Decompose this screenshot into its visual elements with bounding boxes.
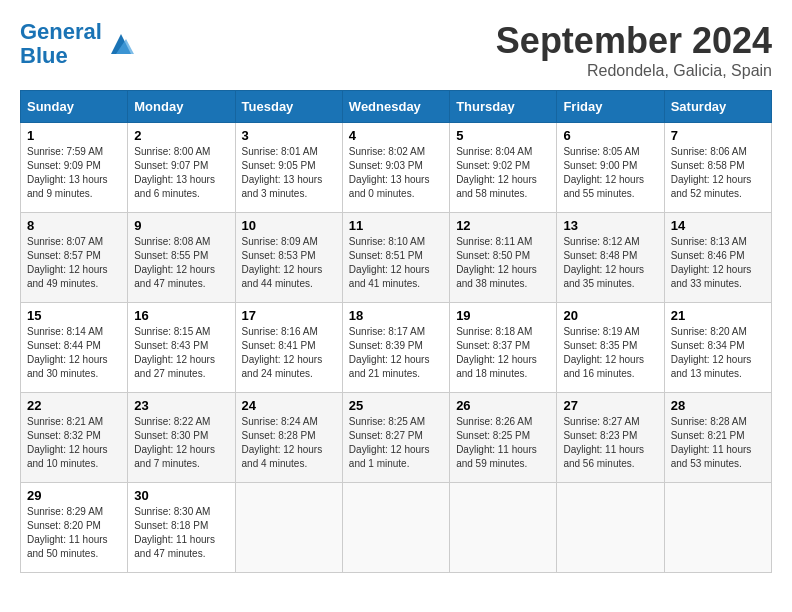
day-cell: 1Sunrise: 7:59 AMSunset: 9:09 PMDaylight… xyxy=(21,123,128,213)
day-cell xyxy=(450,483,557,573)
day-cell xyxy=(235,483,342,573)
day-number: 25 xyxy=(349,398,443,413)
weekday-header-row: SundayMondayTuesdayWednesdayThursdayFrid… xyxy=(21,91,772,123)
day-number: 4 xyxy=(349,128,443,143)
day-number: 3 xyxy=(242,128,336,143)
day-cell xyxy=(342,483,449,573)
weekday-header-tuesday: Tuesday xyxy=(235,91,342,123)
day-cell: 8Sunrise: 8:07 AMSunset: 8:57 PMDaylight… xyxy=(21,213,128,303)
day-info: Sunrise: 8:22 AMSunset: 8:30 PMDaylight:… xyxy=(134,415,228,471)
day-number: 23 xyxy=(134,398,228,413)
day-cell: 2Sunrise: 8:00 AMSunset: 9:07 PMDaylight… xyxy=(128,123,235,213)
day-cell: 7Sunrise: 8:06 AMSunset: 8:58 PMDaylight… xyxy=(664,123,771,213)
day-cell: 24Sunrise: 8:24 AMSunset: 8:28 PMDayligh… xyxy=(235,393,342,483)
day-info: Sunrise: 8:25 AMSunset: 8:27 PMDaylight:… xyxy=(349,415,443,471)
day-number: 27 xyxy=(563,398,657,413)
day-number: 17 xyxy=(242,308,336,323)
weekday-header-thursday: Thursday xyxy=(450,91,557,123)
day-cell: 30Sunrise: 8:30 AMSunset: 8:18 PMDayligh… xyxy=(128,483,235,573)
day-number: 20 xyxy=(563,308,657,323)
day-number: 6 xyxy=(563,128,657,143)
day-cell: 21Sunrise: 8:20 AMSunset: 8:34 PMDayligh… xyxy=(664,303,771,393)
day-number: 30 xyxy=(134,488,228,503)
weekday-header-monday: Monday xyxy=(128,91,235,123)
day-number: 29 xyxy=(27,488,121,503)
day-cell: 20Sunrise: 8:19 AMSunset: 8:35 PMDayligh… xyxy=(557,303,664,393)
day-info: Sunrise: 8:18 AMSunset: 8:37 PMDaylight:… xyxy=(456,325,550,381)
day-info: Sunrise: 8:05 AMSunset: 9:00 PMDaylight:… xyxy=(563,145,657,201)
day-cell: 19Sunrise: 8:18 AMSunset: 8:37 PMDayligh… xyxy=(450,303,557,393)
day-cell: 3Sunrise: 8:01 AMSunset: 9:05 PMDaylight… xyxy=(235,123,342,213)
day-info: Sunrise: 8:12 AMSunset: 8:48 PMDaylight:… xyxy=(563,235,657,291)
day-cell: 4Sunrise: 8:02 AMSunset: 9:03 PMDaylight… xyxy=(342,123,449,213)
day-number: 8 xyxy=(27,218,121,233)
day-cell: 18Sunrise: 8:17 AMSunset: 8:39 PMDayligh… xyxy=(342,303,449,393)
day-info: Sunrise: 8:28 AMSunset: 8:21 PMDaylight:… xyxy=(671,415,765,471)
day-cell: 14Sunrise: 8:13 AMSunset: 8:46 PMDayligh… xyxy=(664,213,771,303)
day-number: 24 xyxy=(242,398,336,413)
day-number: 10 xyxy=(242,218,336,233)
day-cell: 27Sunrise: 8:27 AMSunset: 8:23 PMDayligh… xyxy=(557,393,664,483)
day-number: 2 xyxy=(134,128,228,143)
month-title: September 2024 xyxy=(496,20,772,62)
week-row-4: 22Sunrise: 8:21 AMSunset: 8:32 PMDayligh… xyxy=(21,393,772,483)
day-number: 16 xyxy=(134,308,228,323)
day-number: 5 xyxy=(456,128,550,143)
weekday-header-saturday: Saturday xyxy=(664,91,771,123)
week-row-3: 15Sunrise: 8:14 AMSunset: 8:44 PMDayligh… xyxy=(21,303,772,393)
day-cell: 6Sunrise: 8:05 AMSunset: 9:00 PMDaylight… xyxy=(557,123,664,213)
day-number: 15 xyxy=(27,308,121,323)
day-info: Sunrise: 8:16 AMSunset: 8:41 PMDaylight:… xyxy=(242,325,336,381)
day-number: 28 xyxy=(671,398,765,413)
day-number: 21 xyxy=(671,308,765,323)
day-info: Sunrise: 8:04 AMSunset: 9:02 PMDaylight:… xyxy=(456,145,550,201)
logo-text: General Blue xyxy=(20,20,102,68)
logo-icon xyxy=(106,29,136,59)
day-info: Sunrise: 8:14 AMSunset: 8:44 PMDaylight:… xyxy=(27,325,121,381)
weekday-header-sunday: Sunday xyxy=(21,91,128,123)
day-info: Sunrise: 8:10 AMSunset: 8:51 PMDaylight:… xyxy=(349,235,443,291)
day-info: Sunrise: 8:02 AMSunset: 9:03 PMDaylight:… xyxy=(349,145,443,201)
day-info: Sunrise: 8:20 AMSunset: 8:34 PMDaylight:… xyxy=(671,325,765,381)
day-info: Sunrise: 8:00 AMSunset: 9:07 PMDaylight:… xyxy=(134,145,228,201)
week-row-5: 29Sunrise: 8:29 AMSunset: 8:20 PMDayligh… xyxy=(21,483,772,573)
logo: General Blue xyxy=(20,20,136,68)
day-cell: 5Sunrise: 8:04 AMSunset: 9:02 PMDaylight… xyxy=(450,123,557,213)
day-number: 7 xyxy=(671,128,765,143)
day-number: 11 xyxy=(349,218,443,233)
day-info: Sunrise: 8:07 AMSunset: 8:57 PMDaylight:… xyxy=(27,235,121,291)
day-number: 19 xyxy=(456,308,550,323)
day-info: Sunrise: 8:09 AMSunset: 8:53 PMDaylight:… xyxy=(242,235,336,291)
day-info: Sunrise: 8:24 AMSunset: 8:28 PMDaylight:… xyxy=(242,415,336,471)
day-number: 26 xyxy=(456,398,550,413)
day-cell: 11Sunrise: 8:10 AMSunset: 8:51 PMDayligh… xyxy=(342,213,449,303)
location: Redondela, Galicia, Spain xyxy=(496,62,772,80)
day-info: Sunrise: 8:21 AMSunset: 8:32 PMDaylight:… xyxy=(27,415,121,471)
day-info: Sunrise: 8:29 AMSunset: 8:20 PMDaylight:… xyxy=(27,505,121,561)
day-info: Sunrise: 8:13 AMSunset: 8:46 PMDaylight:… xyxy=(671,235,765,291)
day-info: Sunrise: 8:26 AMSunset: 8:25 PMDaylight:… xyxy=(456,415,550,471)
day-info: Sunrise: 8:01 AMSunset: 9:05 PMDaylight:… xyxy=(242,145,336,201)
day-cell: 22Sunrise: 8:21 AMSunset: 8:32 PMDayligh… xyxy=(21,393,128,483)
day-cell xyxy=(664,483,771,573)
day-info: Sunrise: 8:17 AMSunset: 8:39 PMDaylight:… xyxy=(349,325,443,381)
day-cell: 28Sunrise: 8:28 AMSunset: 8:21 PMDayligh… xyxy=(664,393,771,483)
day-number: 14 xyxy=(671,218,765,233)
day-info: Sunrise: 8:30 AMSunset: 8:18 PMDaylight:… xyxy=(134,505,228,561)
weekday-header-wednesday: Wednesday xyxy=(342,91,449,123)
day-cell: 9Sunrise: 8:08 AMSunset: 8:55 PMDaylight… xyxy=(128,213,235,303)
day-cell: 16Sunrise: 8:15 AMSunset: 8:43 PMDayligh… xyxy=(128,303,235,393)
page-header: General Blue September 2024 Redondela, G… xyxy=(20,20,772,80)
day-number: 22 xyxy=(27,398,121,413)
day-info: Sunrise: 8:19 AMSunset: 8:35 PMDaylight:… xyxy=(563,325,657,381)
day-cell: 25Sunrise: 8:25 AMSunset: 8:27 PMDayligh… xyxy=(342,393,449,483)
logo-general: General xyxy=(20,19,102,44)
day-cell: 17Sunrise: 8:16 AMSunset: 8:41 PMDayligh… xyxy=(235,303,342,393)
day-cell xyxy=(557,483,664,573)
day-cell: 23Sunrise: 8:22 AMSunset: 8:30 PMDayligh… xyxy=(128,393,235,483)
day-number: 18 xyxy=(349,308,443,323)
week-row-2: 8Sunrise: 8:07 AMSunset: 8:57 PMDaylight… xyxy=(21,213,772,303)
day-number: 1 xyxy=(27,128,121,143)
day-cell: 26Sunrise: 8:26 AMSunset: 8:25 PMDayligh… xyxy=(450,393,557,483)
day-number: 12 xyxy=(456,218,550,233)
